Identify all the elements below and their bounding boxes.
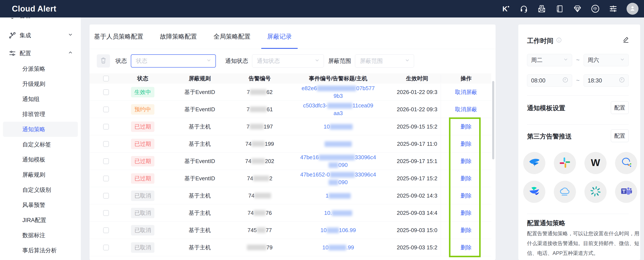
- sidebar-subitem-通知策略[interactable]: 通知策略: [3, 122, 78, 137]
- redacted-text: [330, 172, 355, 178]
- mask-rule-cell: 基于主机: [163, 135, 236, 152]
- row-checkbox[interactable]: [103, 245, 109, 250]
- event-link[interactable]: e82e607b5779b3: [302, 84, 375, 100]
- event-link-text: 47be1652-0: [300, 171, 330, 178]
- event-link-line: 10106.99: [320, 226, 356, 234]
- language-icon[interactable]: 中: [591, 4, 600, 13]
- sidebar-subitem-数据标注[interactable]: 数据标注: [0, 228, 81, 243]
- sidebar-subitem-分派策略[interactable]: 分派策略: [0, 61, 81, 76]
- configure-template-button[interactable]: 配置: [611, 101, 629, 114]
- event-link[interactable]: 47be1633096c4090: [300, 154, 376, 169]
- mail-icon[interactable]: [537, 4, 546, 13]
- filter-select-屏蔽范围[interactable]: 屏蔽范围: [355, 54, 414, 68]
- time-to-input[interactable]: 18:30: [584, 74, 629, 87]
- sidebar-subitem-风暴预警[interactable]: 风暴预警: [0, 197, 81, 212]
- table-row: 已过期基于EventID7420247be1633096c40902025-09…: [90, 153, 491, 170]
- channel-pinwheel[interactable]: [584, 181, 606, 203]
- redacted-text: [319, 155, 355, 160]
- sidebar-subitem-排班管理[interactable]: 排班管理: [0, 106, 81, 122]
- redacted-text: [328, 245, 346, 250]
- page-scrollbar-track[interactable]: [640, 18, 644, 260]
- sidebar-subitem-自定义级别[interactable]: 自定义级别: [0, 182, 81, 197]
- status-cell: 生效中: [122, 84, 163, 101]
- tab-屏蔽记录[interactable]: 屏蔽记录: [267, 25, 292, 49]
- day-to-select[interactable]: 周六: [584, 54, 629, 66]
- event-cell: 47be1633096c4090: [283, 153, 394, 170]
- edit-work-time-button[interactable]: [623, 36, 629, 44]
- event-link[interactable]: 10.99: [322, 243, 354, 251]
- event-link[interactable]: 10: [324, 123, 353, 131]
- row-checkbox[interactable]: [103, 210, 109, 216]
- status-cell: 已过期: [122, 153, 163, 170]
- sidebar-subitem-通知模板[interactable]: 通知模板: [0, 152, 81, 167]
- event-link-line: 10: [324, 123, 353, 131]
- configure-push-button[interactable]: 配置: [611, 129, 629, 142]
- row-checkbox[interactable]: [103, 158, 109, 164]
- filter-select-状态[interactable]: 状态: [131, 54, 216, 68]
- alarm-id-cell: 761: [236, 101, 283, 118]
- event-link[interactable]: 10106.99: [320, 226, 356, 234]
- redacted-text: [328, 180, 338, 185]
- diamond-icon[interactable]: [573, 4, 582, 13]
- table-scrollbar[interactable]: [492, 81, 494, 159]
- pinwheel-icon: [590, 185, 602, 198]
- event-link[interactable]: c503dfc3-11cea09aa3: [303, 102, 373, 117]
- row-checkbox[interactable]: [103, 141, 109, 147]
- tab-全局策略配置[interactable]: 全局策略配置: [214, 25, 250, 49]
- alarm-id-text: 7: [247, 89, 250, 95]
- logo-k-icon[interactable]: K: [502, 4, 510, 13]
- table-row: 已过期基于EventID74247be1652-033096c40902025-…: [90, 170, 491, 187]
- alarm-id-cell: 74199: [236, 135, 283, 152]
- headset-icon[interactable]: [519, 4, 528, 13]
- alarm-id-cell: 7197: [236, 118, 283, 135]
- tilde-separator: ~: [576, 77, 580, 84]
- cancel-mask-link[interactable]: 取消屏蔽: [455, 88, 477, 96]
- topbar-actions: K中: [502, 3, 638, 15]
- tilde-separator: ~: [576, 57, 580, 64]
- channel-webhook-w[interactable]: W: [584, 152, 606, 174]
- sidebar-subitem-升级规则[interactable]: 升级规则: [0, 76, 81, 91]
- sidebar-subitem-自定义标签[interactable]: 自定义标签: [0, 137, 81, 152]
- row-checkbox[interactable]: [103, 89, 109, 95]
- event-link-line: 090: [328, 178, 348, 186]
- row-checkbox[interactable]: [103, 193, 109, 199]
- filter-select-通知状态[interactable]: 通知状态: [252, 54, 324, 68]
- sidebar-subitem-事后算法分析[interactable]: 事后算法分析: [0, 243, 81, 258]
- sidebar-item-config[interactable]: 配置: [0, 47, 81, 59]
- channel-wecom[interactable]: [615, 152, 637, 174]
- channel-teams[interactable]: [615, 181, 637, 203]
- sidebar-item-integration[interactable]: 集成: [0, 29, 81, 41]
- channel-dingtalk[interactable]: [523, 152, 545, 174]
- channel-cloud[interactable]: [554, 181, 576, 203]
- sidebar-subitem-屏蔽规则[interactable]: 屏蔽规则: [0, 167, 81, 182]
- row-checkbox[interactable]: [103, 106, 109, 112]
- sidebar-subitem-通知组[interactable]: 通知组: [0, 91, 81, 106]
- status-badge: 已取消: [131, 208, 154, 218]
- channel-slack[interactable]: [554, 152, 576, 174]
- tab-故障策略配置[interactable]: 故障策略配置: [160, 25, 197, 49]
- row-checkbox[interactable]: [103, 227, 109, 233]
- integration-icon: [8, 32, 16, 39]
- time-from-input[interactable]: 08:00: [527, 74, 572, 87]
- sliders-icon[interactable]: [609, 4, 618, 13]
- row-select-cell: [90, 170, 122, 187]
- delete-selected-button[interactable]: [97, 54, 110, 68]
- book-icon[interactable]: [555, 4, 564, 13]
- row-checkbox[interactable]: [103, 176, 109, 181]
- sidebar-subitem-JIRA配置[interactable]: JIRA配置: [0, 212, 81, 228]
- event-link[interactable]: [324, 140, 352, 148]
- select-all-checkbox[interactable]: [103, 76, 109, 81]
- event-link[interactable]: 1: [326, 192, 351, 199]
- event-link[interactable]: 10.: [324, 209, 352, 217]
- cancel-mask-link[interactable]: 取消屏蔽: [455, 106, 477, 113]
- alarm-id-text: 199: [265, 141, 274, 147]
- tab-基于人员策略配置[interactable]: 基于人员策略配置: [94, 25, 143, 49]
- user-avatar[interactable]: [626, 3, 638, 15]
- mask-rule-cell: 基于主机: [163, 222, 236, 239]
- row-checkbox[interactable]: [103, 124, 109, 129]
- channel-feishu[interactable]: [523, 181, 545, 203]
- event-link[interactable]: 47be1652-033096c4090: [300, 171, 376, 186]
- event-link-text: 07b577: [356, 85, 375, 91]
- app-title: Cloud Alert: [12, 4, 56, 14]
- day-from-select[interactable]: 周二: [527, 54, 572, 66]
